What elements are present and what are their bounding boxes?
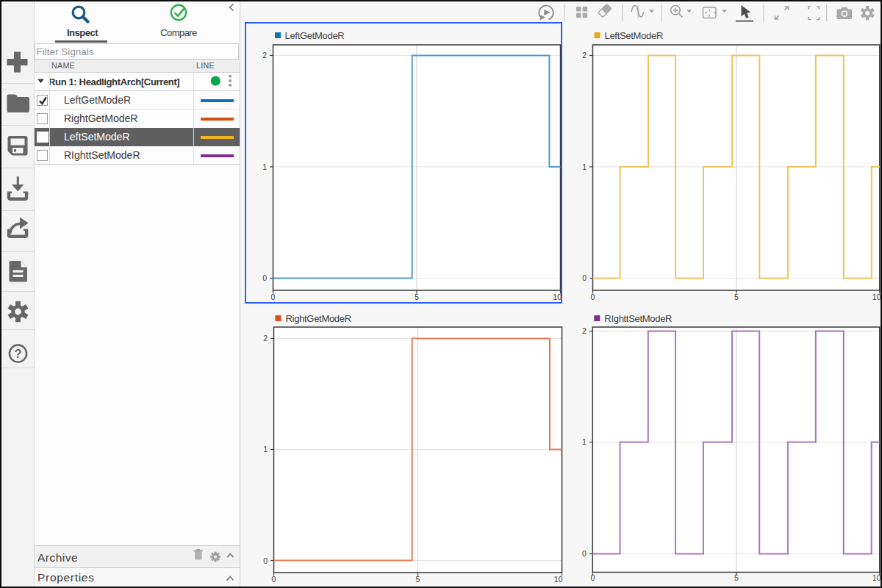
svg-text:5: 5 xyxy=(734,573,739,582)
svg-text:RIghttSetModeR: RIghttSetModeR xyxy=(604,313,672,324)
svg-text:1: 1 xyxy=(582,437,587,446)
svg-text:10: 10 xyxy=(553,293,562,301)
svg-text:5: 5 xyxy=(734,293,739,301)
svg-text:?: ? xyxy=(14,347,21,360)
svg-text:10: 10 xyxy=(872,573,881,582)
svg-text:0: 0 xyxy=(582,549,587,558)
svg-text:5: 5 xyxy=(415,293,419,301)
svg-text:1: 1 xyxy=(582,162,587,171)
svg-text:LeftSetModeR: LeftSetModeR xyxy=(605,30,664,41)
svg-text:0: 0 xyxy=(271,293,276,301)
svg-text:0: 0 xyxy=(582,273,587,282)
svg-text:5: 5 xyxy=(416,575,420,584)
svg-text:1: 1 xyxy=(262,162,267,171)
svg-text:2: 2 xyxy=(263,334,268,343)
svg-text:0: 0 xyxy=(590,573,595,582)
svg-text:RightGetModeR: RightGetModeR xyxy=(286,313,351,324)
svg-text:10: 10 xyxy=(872,293,881,301)
svg-text:2: 2 xyxy=(582,51,587,60)
svg-text:0: 0 xyxy=(263,556,268,565)
svg-text:1: 1 xyxy=(263,445,268,453)
svg-text:10: 10 xyxy=(554,575,563,584)
svg-text:LeftGetModeR: LeftGetModeR xyxy=(285,30,345,41)
svg-text:2: 2 xyxy=(262,51,267,60)
svg-text:0: 0 xyxy=(591,293,595,301)
svg-text:0: 0 xyxy=(272,575,276,584)
svg-text:0: 0 xyxy=(262,273,267,282)
svg-text:2: 2 xyxy=(582,326,587,335)
